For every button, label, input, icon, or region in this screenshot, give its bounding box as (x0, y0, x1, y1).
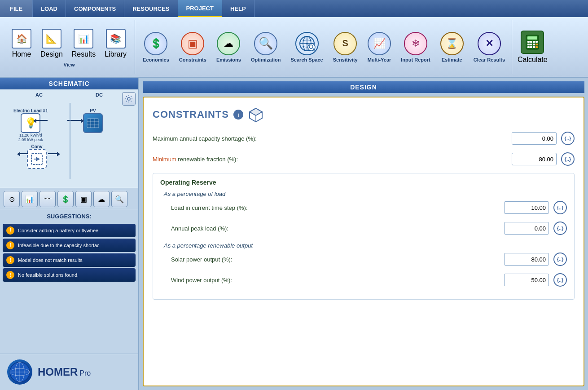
svg-rect-21 (535, 46, 538, 48)
annual-peak-label: Annual peak load (%): (171, 225, 500, 232)
menu-help[interactable]: HELP (222, 0, 255, 17)
logo-text-group: HOMER Pro (38, 366, 91, 378)
constraints-icon: ▣ (181, 32, 204, 55)
home-label: Home (12, 50, 31, 58)
library-label: Library (105, 50, 127, 58)
conv-icon (27, 149, 47, 169)
logo-area: HOMER Pro (0, 354, 138, 390)
logo-name: HOMER (38, 366, 78, 378)
suggestion-text-0: Consider adding a battery or flywhee (18, 228, 98, 233)
economics-label: Economics (143, 57, 169, 62)
menu-file[interactable]: FILE (0, 0, 33, 17)
operating-reserve-title: Operating Reserve (160, 179, 567, 186)
estimate-label: Estimate (442, 57, 462, 62)
constraints-label: Constraints (179, 57, 206, 62)
suggestion-item-2[interactable]: ! Model does not match results (3, 253, 136, 267)
inputreport-btn[interactable]: ❄ Input Report (397, 29, 434, 66)
max-capacity-row: Maximum annual capacity shortage (%): {.… (153, 132, 575, 145)
clearresults-btn[interactable]: ✕ Clear Results (470, 29, 509, 66)
min-renewable-input[interactable] (512, 153, 557, 165)
multiyear-btn[interactable]: 📈 Multi-Year (364, 29, 395, 66)
wind-output-dots-btn[interactable]: {..} (553, 273, 567, 287)
sensitivity-btn[interactable]: S Sensitivity (329, 29, 362, 66)
inputreport-icon: ❄ (404, 32, 427, 55)
menu-components[interactable]: COMPONENTS (66, 0, 124, 17)
suggestion-item-3[interactable]: ! No feasible solutions found. (3, 268, 136, 282)
annual-peak-row: Annual peak load (%): {..} (171, 222, 567, 235)
suggestion-item-1[interactable]: ! Infeasible due to the capacity shortac (3, 239, 136, 252)
sch-tool-1[interactable]: ⊙ (4, 191, 20, 207)
toolbar-design-btn[interactable]: 📐 Design (37, 27, 66, 60)
optimization-label: Optimization (251, 57, 281, 62)
min-renewable-row: Minimum renewable fraction (%): {..} (153, 152, 575, 166)
constraints-title-row: CONSTRAINTS i (153, 106, 575, 123)
max-capacity-dots-btn[interactable]: {..} (561, 132, 575, 145)
constraints-btn[interactable]: ▣ Constraints (175, 29, 211, 66)
schematic-area: AC DC Electric Load #1 💡 11.26 kWh/d2.09… (0, 89, 138, 188)
solar-output-input[interactable] (504, 253, 549, 266)
sch-tool-4[interactable]: 💲 (57, 191, 74, 207)
annual-peak-dots-btn[interactable]: {..} (553, 222, 567, 235)
svg-rect-14 (527, 44, 530, 45)
logo-globe-icon (7, 359, 32, 385)
schematic-settings-btn[interactable] (122, 92, 136, 106)
menu-bar: FILE LOAD COMPONENTS RESOURCES PROJECT H… (0, 0, 588, 17)
load-current-input[interactable] (504, 201, 549, 214)
annual-peak-input[interactable] (504, 222, 549, 235)
conv-component[interactable]: Conv (27, 143, 47, 169)
main-layout: SCHEMATIC AC DC Electric Load #1 💡 11.26… (0, 78, 588, 390)
load-icon: 💡 (21, 113, 40, 133)
sch-tool-3[interactable]: 〰 (39, 191, 56, 207)
optimization-btn[interactable]: 🔍 Optimization (247, 29, 285, 66)
sch-tool-5[interactable]: ▣ (75, 191, 92, 207)
max-capacity-input[interactable] (512, 132, 557, 145)
solar-output-label: Solar power output (%): (171, 256, 500, 263)
estimate-icon: ⌛ (440, 32, 464, 55)
svg-rect-10 (527, 41, 530, 43)
electric-load-component[interactable]: Electric Load #1 💡 11.26 kWh/d2.09 kW pe… (13, 107, 48, 142)
home-icon: 🏠 (12, 29, 31, 49)
suggestion-item-0[interactable]: ! Consider adding a battery or flywhee (3, 224, 136, 237)
toolbar-results-btn[interactable]: 📊 Results (68, 27, 99, 60)
constraints-info-btn[interactable]: i (233, 110, 243, 120)
menu-resources[interactable]: RESOURCES (124, 0, 178, 17)
load-current-dots-btn[interactable]: {..} (553, 201, 567, 214)
dc-label: DC (96, 92, 103, 98)
solar-output-dots-btn[interactable]: {..} (553, 253, 567, 266)
svg-rect-20 (533, 46, 535, 48)
sch-tool-7[interactable]: 🔍 (111, 191, 127, 207)
estimate-btn[interactable]: ⌛ Estimate (436, 29, 468, 66)
percentage-load-subtitle: As a percentage of load (164, 191, 567, 197)
calculate-label: Calculate (518, 56, 548, 64)
economics-btn[interactable]: 💲 Economics (139, 29, 173, 66)
min-renewable-dots-btn[interactable]: {..} (561, 152, 575, 166)
toolbar: 🏠 Home 📐 Design 📊 Results 📚 Library View… (0, 17, 588, 78)
menu-project[interactable]: PROJECT (178, 0, 222, 17)
toolbar-home-btn[interactable]: 🏠 Home (8, 27, 35, 60)
pv-component[interactable]: PV (83, 107, 103, 133)
searchspace-btn[interactable]: Search Space (287, 29, 327, 66)
sch-tool-2[interactable]: 📊 (22, 191, 38, 207)
sensitivity-icon: S (333, 32, 357, 55)
svg-marker-35 (250, 108, 262, 115)
right-panel: DESIGN CONSTRAINTS i Maximum (139, 78, 588, 390)
menu-load[interactable]: LOAD (33, 0, 66, 17)
suggestion-text-1: Infeasible due to the capacity shortac (18, 243, 100, 248)
min-highlight: Minimum (153, 156, 176, 163)
emissions-btn[interactable]: ☁ Emissions (212, 29, 245, 66)
ac-label: AC (35, 92, 43, 98)
toolbar-library-btn[interactable]: 📚 Library (101, 27, 130, 60)
svg-rect-11 (530, 41, 532, 43)
calculate-btn[interactable]: Calculate (513, 28, 552, 66)
svg-rect-12 (533, 41, 535, 43)
svg-rect-15 (530, 44, 532, 45)
schematic-header: SCHEMATIC (0, 78, 138, 89)
svg-rect-19 (530, 46, 532, 48)
clearresults-label: Clear Results (474, 57, 505, 62)
wind-output-row: Wind power output (%): {..} (171, 273, 567, 287)
logo-sub: Pro (79, 369, 91, 377)
sch-tool-6[interactable]: ☁ (93, 191, 110, 207)
wind-output-input[interactable] (504, 274, 549, 286)
economics-icon: 💲 (144, 32, 167, 55)
svg-rect-16 (533, 44, 535, 45)
